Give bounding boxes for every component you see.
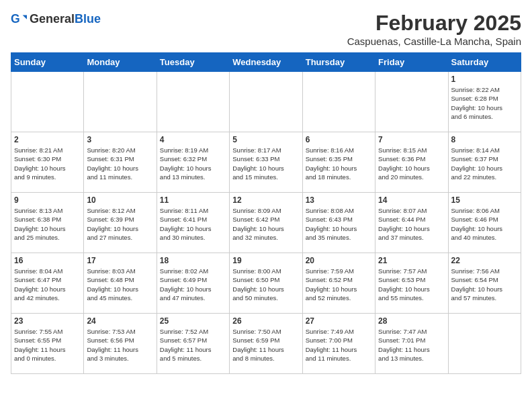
day-info: Sunrise: 8:06 AM Sunset: 6:46 PM Dayligh… <box>451 206 518 242</box>
calendar-cell: 6Sunrise: 8:16 AM Sunset: 6:35 PM Daylig… <box>302 132 375 193</box>
calendar-cell: 18Sunrise: 8:02 AM Sunset: 6:49 PM Dayli… <box>157 253 229 314</box>
day-info: Sunrise: 8:02 AM Sunset: 6:49 PM Dayligh… <box>160 267 226 302</box>
header: G GeneralBlue February 2025 Caspuenas, C… <box>11 11 521 47</box>
day-info: Sunrise: 7:53 AM Sunset: 6:56 PM Dayligh… <box>87 327 153 363</box>
weekday-header-monday: Monday <box>84 53 157 72</box>
day-number: 16 <box>14 256 81 265</box>
week-row-1: 1Sunrise: 8:22 AM Sunset: 6:28 PM Daylig… <box>11 72 521 132</box>
day-number: 14 <box>378 195 445 205</box>
day-info: Sunrise: 8:22 AM Sunset: 6:28 PM Dayligh… <box>451 85 518 121</box>
weekday-header-sunday: Sunday <box>11 53 84 72</box>
calendar-cell: 9Sunrise: 8:13 AM Sunset: 6:38 PM Daylig… <box>11 193 84 253</box>
day-info: Sunrise: 8:17 AM Sunset: 6:33 PM Dayligh… <box>232 146 299 181</box>
title-area: February 2025 Caspuenas, Castille-La Man… <box>347 11 521 47</box>
week-row-4: 16Sunrise: 8:04 AM Sunset: 6:47 PM Dayli… <box>11 253 521 314</box>
day-info: Sunrise: 8:11 AM Sunset: 6:41 PM Dayligh… <box>160 206 226 242</box>
day-number: 20 <box>306 256 372 265</box>
day-number: 12 <box>232 195 299 205</box>
calendar-cell: 11Sunrise: 8:11 AM Sunset: 6:41 PM Dayli… <box>157 193 229 253</box>
calendar-cell <box>230 72 302 132</box>
day-number: 28 <box>378 316 445 326</box>
calendar-cell <box>302 72 375 132</box>
day-info: Sunrise: 7:59 AM Sunset: 6:52 PM Dayligh… <box>306 267 372 302</box>
day-number: 3 <box>87 135 153 144</box>
day-number: 13 <box>306 195 372 205</box>
day-number: 2 <box>14 135 81 144</box>
calendar-cell: 14Sunrise: 8:07 AM Sunset: 6:44 PM Dayli… <box>375 193 448 253</box>
day-info: Sunrise: 8:12 AM Sunset: 6:39 PM Dayligh… <box>87 206 153 242</box>
calendar-cell <box>448 314 521 374</box>
weekday-header-friday: Friday <box>375 53 448 72</box>
calendar-cell: 23Sunrise: 7:55 AM Sunset: 6:55 PM Dayli… <box>11 314 84 374</box>
calendar-cell: 25Sunrise: 7:52 AM Sunset: 6:57 PM Dayli… <box>157 314 229 374</box>
day-number: 23 <box>14 316 81 326</box>
logo-wordmark: GeneralBlue <box>30 12 101 26</box>
day-number: 1 <box>451 75 518 84</box>
month-title: February 2025 <box>347 11 521 36</box>
calendar-cell: 27Sunrise: 7:49 AM Sunset: 7:00 PM Dayli… <box>302 314 375 374</box>
logo-blue-text: Blue <box>75 12 101 26</box>
day-info: Sunrise: 8:15 AM Sunset: 6:36 PM Dayligh… <box>378 146 445 181</box>
calendar-cell: 8Sunrise: 8:14 AM Sunset: 6:37 PM Daylig… <box>448 132 521 193</box>
day-info: Sunrise: 8:04 AM Sunset: 6:47 PM Dayligh… <box>14 267 81 302</box>
calendar-cell: 3Sunrise: 8:20 AM Sunset: 6:31 PM Daylig… <box>84 132 157 193</box>
weekday-header-tuesday: Tuesday <box>157 53 229 72</box>
day-number: 27 <box>306 316 372 326</box>
day-number: 18 <box>160 256 226 265</box>
day-number: 26 <box>232 316 299 326</box>
day-info: Sunrise: 7:56 AM Sunset: 6:54 PM Dayligh… <box>451 267 518 302</box>
calendar-cell: 10Sunrise: 8:12 AM Sunset: 6:39 PM Dayli… <box>84 193 157 253</box>
day-info: Sunrise: 8:19 AM Sunset: 6:32 PM Dayligh… <box>160 146 226 181</box>
calendar-cell <box>84 72 157 132</box>
day-number: 10 <box>87 195 153 205</box>
day-info: Sunrise: 8:21 AM Sunset: 6:30 PM Dayligh… <box>14 146 81 181</box>
day-number: 8 <box>451 135 518 144</box>
week-row-3: 9Sunrise: 8:13 AM Sunset: 6:38 PM Daylig… <box>11 193 521 253</box>
day-info: Sunrise: 7:52 AM Sunset: 6:57 PM Dayligh… <box>160 327 226 363</box>
logo: G GeneralBlue <box>11 11 101 27</box>
day-info: Sunrise: 8:13 AM Sunset: 6:38 PM Dayligh… <box>14 206 81 242</box>
calendar-cell: 24Sunrise: 7:53 AM Sunset: 6:56 PM Dayli… <box>84 314 157 374</box>
calendar-cell: 2Sunrise: 8:21 AM Sunset: 6:30 PM Daylig… <box>11 132 84 193</box>
weekday-header-saturday: Saturday <box>448 53 521 72</box>
day-info: Sunrise: 7:50 AM Sunset: 6:59 PM Dayligh… <box>232 327 299 363</box>
day-info: Sunrise: 8:16 AM Sunset: 6:35 PM Dayligh… <box>306 146 372 181</box>
calendar-cell: 16Sunrise: 8:04 AM Sunset: 6:47 PM Dayli… <box>11 253 84 314</box>
day-info: Sunrise: 8:07 AM Sunset: 6:44 PM Dayligh… <box>378 206 445 242</box>
day-number: 21 <box>378 256 445 265</box>
calendar-cell <box>11 72 84 132</box>
day-info: Sunrise: 8:20 AM Sunset: 6:31 PM Dayligh… <box>87 146 153 181</box>
day-number: 4 <box>160 135 226 144</box>
calendar-cell: 5Sunrise: 8:17 AM Sunset: 6:33 PM Daylig… <box>230 132 302 193</box>
weekday-header-row: SundayMondayTuesdayWednesdayThursdayFrid… <box>11 53 521 72</box>
day-number: 15 <box>451 195 518 205</box>
day-number: 17 <box>87 256 153 265</box>
calendar-cell <box>375 72 448 132</box>
calendar-cell: 7Sunrise: 8:15 AM Sunset: 6:36 PM Daylig… <box>375 132 448 193</box>
calendar-table: SundayMondayTuesdayWednesdayThursdayFrid… <box>11 52 521 374</box>
day-number: 22 <box>451 256 518 265</box>
day-info: Sunrise: 8:08 AM Sunset: 6:43 PM Dayligh… <box>306 206 372 242</box>
day-info: Sunrise: 7:57 AM Sunset: 6:53 PM Dayligh… <box>378 267 445 302</box>
calendar-cell: 20Sunrise: 7:59 AM Sunset: 6:52 PM Dayli… <box>302 253 375 314</box>
calendar-cell: 28Sunrise: 7:47 AM Sunset: 7:01 PM Dayli… <box>375 314 448 374</box>
calendar-cell <box>157 72 229 132</box>
day-number: 5 <box>232 135 299 144</box>
calendar-cell: 4Sunrise: 8:19 AM Sunset: 6:32 PM Daylig… <box>157 132 229 193</box>
calendar-cell: 26Sunrise: 7:50 AM Sunset: 6:59 PM Dayli… <box>230 314 302 374</box>
calendar-cell: 17Sunrise: 8:03 AM Sunset: 6:48 PM Dayli… <box>84 253 157 314</box>
calendar-cell: 12Sunrise: 8:09 AM Sunset: 6:42 PM Dayli… <box>230 193 302 253</box>
calendar-cell: 22Sunrise: 7:56 AM Sunset: 6:54 PM Dayli… <box>448 253 521 314</box>
calendar-cell: 1Sunrise: 8:22 AM Sunset: 6:28 PM Daylig… <box>448 72 521 132</box>
location-title: Caspuenas, Castille-La Mancha, Spain <box>347 36 521 47</box>
day-info: Sunrise: 7:55 AM Sunset: 6:55 PM Dayligh… <box>14 327 81 363</box>
day-info: Sunrise: 7:49 AM Sunset: 7:00 PM Dayligh… <box>306 327 372 363</box>
svg-text:G: G <box>11 12 20 26</box>
day-number: 24 <box>87 316 153 326</box>
day-info: Sunrise: 8:03 AM Sunset: 6:48 PM Dayligh… <box>87 267 153 302</box>
day-number: 9 <box>14 195 81 205</box>
day-info: Sunrise: 8:09 AM Sunset: 6:42 PM Dayligh… <box>232 206 299 242</box>
calendar-cell: 19Sunrise: 8:00 AM Sunset: 6:50 PM Dayli… <box>230 253 302 314</box>
weekday-header-wednesday: Wednesday <box>230 53 302 72</box>
week-row-2: 2Sunrise: 8:21 AM Sunset: 6:30 PM Daylig… <box>11 132 521 193</box>
